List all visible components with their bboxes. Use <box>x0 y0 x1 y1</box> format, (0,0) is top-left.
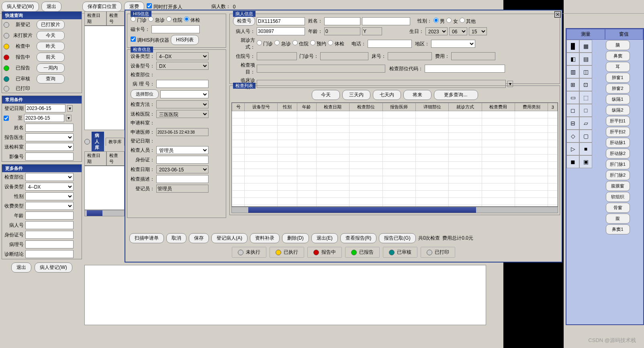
table-header[interactable]: 性别 <box>278 103 297 111</box>
save-window-pos-button[interactable]: 保存窗口位置 <box>82 2 122 12</box>
name-input[interactable] <box>25 124 74 132</box>
check-no-button[interactable]: 检查号 <box>233 16 255 26</box>
to-date-checkbox[interactable] <box>4 116 9 121</box>
tool-icon[interactable]: ▤ <box>579 53 592 65</box>
hospital-select[interactable]: 三医医院 <box>156 110 209 118</box>
exit-dialog-button[interactable]: 退出(E) <box>311 233 338 243</box>
tool-icon[interactable]: ■ <box>579 142 592 155</box>
table-row[interactable] <box>232 162 558 169</box>
adm-no-input[interactable] <box>257 52 297 60</box>
quick-query-button[interactable]: 已打胶片 <box>37 20 65 29</box>
tool-icon[interactable]: ⊞ <box>566 78 579 91</box>
tab-exam-no-2[interactable]: 检查号 <box>106 151 125 165</box>
radio-visit-emergency[interactable]: 急诊 <box>274 40 290 47</box>
examiner-select[interactable]: 管理员 <box>156 146 209 154</box>
register-patient-button[interactable]: 登记病人(A) <box>211 233 247 243</box>
exit-button-bottom[interactable]: 退出 <box>11 263 31 273</box>
table-scrollbar[interactable] <box>231 207 558 213</box>
radio-female[interactable]: 女 <box>446 18 458 25</box>
table-header[interactable]: 检查日期 <box>316 103 349 111</box>
exit-button[interactable]: 退出 <box>41 2 61 12</box>
card-no-input[interactable] <box>151 25 200 33</box>
table-header[interactable]: 设备型号 <box>245 103 278 111</box>
exam-part-select[interactable] <box>25 173 74 181</box>
part-code-input[interactable] <box>425 65 505 73</box>
preset-button[interactable]: 肝门脉2 <box>606 170 630 180</box>
birth-year-select[interactable]: 2023 <box>425 27 448 35</box>
table-row[interactable] <box>232 147 558 155</box>
to-date-input[interactable] <box>24 114 64 122</box>
table-row[interactable] <box>232 191 558 198</box>
scan-button[interactable]: 扫描申请单 <box>129 233 164 243</box>
tool-icon[interactable]: □ <box>579 104 592 117</box>
reg-date-input[interactable] <box>25 104 65 112</box>
table-header[interactable]: 报告医师 <box>382 103 415 111</box>
doctor-select[interactable] <box>25 133 74 141</box>
future-button[interactable]: 将来 <box>403 90 431 100</box>
radio-visit-inpatient[interactable]: 住院 <box>292 40 309 47</box>
quick-query-button[interactable]: 一周内 <box>37 63 65 73</box>
date-picker-icon[interactable]: ▾ <box>67 105 73 112</box>
table-header[interactable]: 号 <box>232 103 245 111</box>
table-row[interactable] <box>232 176 558 183</box>
preset-button[interactable]: 肝平扫2 <box>606 127 630 137</box>
table-row[interactable] <box>232 140 558 147</box>
id-no-input[interactable] <box>25 231 74 239</box>
case-no-input[interactable] <box>25 240 74 248</box>
table-header[interactable]: 就诊方式 <box>449 103 482 111</box>
3days-button[interactable]: 三天内 <box>342 90 370 100</box>
radio-male[interactable]: 男 <box>433 18 445 25</box>
method-select[interactable] <box>156 100 209 108</box>
preset-button[interactable]: 纵隔2 <box>606 105 630 115</box>
phone-input[interactable] <box>368 40 412 48</box>
tool-icon[interactable]: ◇ <box>566 130 579 142</box>
register-button[interactable]: 病人登记(W) <box>2 2 39 12</box>
tab-teach-lib[interactable]: 教学库 <box>106 138 125 146</box>
age-input[interactable] <box>25 212 74 220</box>
tool-icon[interactable]: ⊡ <box>579 78 592 91</box>
quick-query-button[interactable]: 查询 <box>37 74 65 83</box>
radio-other[interactable]: 其他 <box>460 18 476 25</box>
multi-open-checkbox[interactable]: 同时打开多人 <box>147 3 182 10</box>
quick-query-button[interactable]: 今天 <box>37 31 65 40</box>
preset-button[interactable]: 耳 <box>606 62 630 72</box>
view-report-button[interactable]: 查看报告(R) <box>340 233 377 243</box>
table-header[interactable]: 费用类别 <box>515 103 548 111</box>
tool-icon[interactable]: ◼ <box>566 155 579 168</box>
dev-model-select[interactable]: DX <box>156 62 209 70</box>
radio-emergency[interactable]: 急诊 <box>148 16 164 24</box>
table-row[interactable] <box>232 118 558 126</box>
tab-measure[interactable]: 测量 <box>566 29 605 40</box>
tool-icon[interactable]: ▣ <box>579 155 592 168</box>
save-button[interactable]: 保存 <box>189 233 209 243</box>
age-input[interactable] <box>324 27 360 35</box>
diag-input[interactable] <box>25 250 74 258</box>
radio-physical[interactable]: 体检 <box>184 16 200 24</box>
more-query-button[interactable]: 更多查询... <box>434 90 478 100</box>
table-row[interactable] <box>232 169 558 176</box>
table-header[interactable]: 检查部位 <box>350 103 382 111</box>
idcard-input[interactable] <box>156 156 209 164</box>
patient-no-input[interactable] <box>257 27 305 35</box>
preset-button[interactable]: 腹膜窗 <box>606 181 630 191</box>
tool-icon[interactable]: ▥ <box>566 65 579 78</box>
delete-button[interactable]: 删除(D) <box>282 233 309 243</box>
tool-icon[interactable]: ▢ <box>579 130 592 142</box>
preset-button[interactable]: 肺窗1 <box>606 73 630 83</box>
fee-type-select[interactable] <box>25 202 74 210</box>
date-picker-icon[interactable]: ▾ <box>66 115 72 121</box>
report-got-button[interactable]: 报告已取(G) <box>379 233 415 243</box>
tool-icon[interactable]: ⊟ <box>566 117 579 130</box>
dev-type-select[interactable]: 4--DX <box>156 52 209 60</box>
desc-input[interactable] <box>156 175 209 183</box>
table-header[interactable]: 3 <box>548 103 558 111</box>
birth-month-select[interactable]: 06 <box>449 27 467 35</box>
tool-icon[interactable]: ⬚ <box>579 91 592 104</box>
select-part-button[interactable]: 选择部位 <box>131 90 159 99</box>
tool-icon[interactable]: ▐▌ <box>566 40 579 53</box>
table-header[interactable]: 检查费用 <box>482 103 515 111</box>
table-row[interactable] <box>232 126 558 133</box>
radio-visit-outpatient[interactable]: 门诊 <box>257 40 273 47</box>
name-input[interactable] <box>324 17 360 25</box>
his-list-button[interactable]: HIS列表 <box>171 35 199 45</box>
